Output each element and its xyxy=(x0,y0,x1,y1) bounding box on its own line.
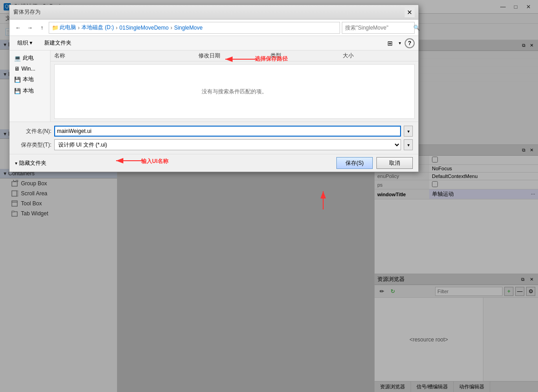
save-dialog: 窗体另存为 ✕ ← → ↑ 📁 此电脑 › 本地磁盘 (D:) › 01Sing… xyxy=(9,5,419,172)
col-size[interactable]: 大小 xyxy=(343,52,415,60)
nav-pc[interactable]: 💻 此电 xyxy=(11,52,48,64)
file-area: 💻 此电 🖥 Win... 💾 本地 💾 本地 xyxy=(10,51,418,122)
win-icon: 🖥 xyxy=(14,66,20,72)
sep-1: › xyxy=(78,25,80,31)
dialog-overlay: 窗体另存为 ✕ ← → ↑ 📁 此电脑 › 本地磁盘 (D:) › 01Sing… xyxy=(0,0,538,392)
filename-dropdown-btn[interactable]: ▾ xyxy=(404,126,413,137)
view-dropdown-icon: ▾ xyxy=(399,41,401,46)
dialog-action-buttons: 保存(S) 取消 xyxy=(336,157,413,169)
column-headers: 名称 修改日期 类型 大小 xyxy=(51,51,418,61)
breadcrumb-demo[interactable]: 01SingleMoveDemo xyxy=(119,25,168,31)
sep-3: › xyxy=(170,25,172,31)
filetype-label: 保存类型(T): xyxy=(15,141,51,149)
file-list: 没有与搜索条件匹配的项。 xyxy=(54,64,415,119)
filename-input[interactable] xyxy=(54,126,401,137)
breadcrumb-pc[interactable]: 此电脑 xyxy=(60,24,76,31)
cancel-button[interactable]: 取消 xyxy=(376,157,413,169)
nav-back-button[interactable]: ← xyxy=(13,23,23,33)
nav-win[interactable]: 🖥 Win... xyxy=(11,64,48,74)
view-mode-button[interactable]: ⊞ xyxy=(385,38,395,48)
breadcrumb-drive[interactable]: 本地磁盘 (D:) xyxy=(81,24,114,31)
dialog-address-bar: ← → ↑ 📁 此电脑 › 本地磁盘 (D:) › 01SingleMoveDe… xyxy=(10,20,418,36)
nav-forward-button[interactable]: → xyxy=(25,23,35,33)
file-list-area: 名称 修改日期 类型 大小 没有与搜索条件匹配的项。 xyxy=(51,51,418,122)
hide-folders-label: 隐藏文件夹 xyxy=(19,159,46,167)
breadcrumb-bar[interactable]: 📁 此电脑 › 本地磁盘 (D:) › 01SingleMoveDemo › S… xyxy=(49,22,340,34)
col-type[interactable]: 类型 xyxy=(270,52,342,60)
dialog-title-bar: 窗体另存为 ✕ xyxy=(10,5,418,20)
col-name[interactable]: 名称 xyxy=(54,52,198,60)
empty-message: 没有与搜索条件匹配的项。 xyxy=(202,88,267,96)
local2-icon: 💾 xyxy=(14,88,21,94)
app-window: Qt Qt 设计师 - Qt Designer — □ ✕ 文件(F) Edit… xyxy=(0,0,538,392)
local-icon: 💾 xyxy=(14,76,21,83)
search-box[interactable]: 🔍 xyxy=(342,22,415,34)
search-input[interactable] xyxy=(345,25,413,31)
pc-icon: 💻 xyxy=(14,55,21,61)
nav-local[interactable]: 💾 本地 xyxy=(11,74,48,85)
nav-up-button[interactable]: ↑ xyxy=(37,23,47,33)
organize-button[interactable]: 组织 ▾ xyxy=(13,37,36,49)
breadcrumb-single[interactable]: SingleMove xyxy=(174,25,203,31)
nav-local2[interactable]: 💾 本地 xyxy=(11,85,48,97)
save-button[interactable]: 保存(S) xyxy=(336,157,373,169)
new-folder-button[interactable]: 新建文件夹 xyxy=(40,37,76,49)
filename-row: 文件名(N): ▾ xyxy=(15,126,413,137)
filename-label: 文件名(N): xyxy=(15,127,51,135)
folder-icon: 📁 xyxy=(52,25,59,31)
col-date[interactable]: 修改日期 xyxy=(198,52,270,60)
hide-folders-btn[interactable]: ▾ 隐藏文件夹 xyxy=(15,159,46,167)
sep-2: › xyxy=(116,25,117,31)
help-button[interactable]: ? xyxy=(405,38,415,48)
dialog-actions-row: ▾ 隐藏文件夹 保存(S) 取消 xyxy=(10,154,418,172)
filetype-dropdown-btn[interactable]: ▾ xyxy=(404,139,413,150)
search-icon: 🔍 xyxy=(413,25,420,31)
hide-folders-icon: ▾ xyxy=(15,161,17,166)
dialog-toolbar: 组织 ▾ 新建文件夹 ⊞ ▾ ? xyxy=(10,36,418,51)
dialog-close-button[interactable]: ✕ xyxy=(405,7,415,17)
dialog-title-text: 窗体另存为 xyxy=(13,8,405,16)
filetype-select[interactable]: 设计师 UI 文件 (*.ui) xyxy=(54,139,401,150)
filetype-row: 保存类型(T): 设计师 UI 文件 (*.ui) ▾ xyxy=(15,139,413,150)
dialog-bottom: 文件名(N): ▾ 保存类型(T): 设计师 UI 文件 (*.ui) ▾ xyxy=(10,122,418,154)
dialog-nav: 💻 此电 🖥 Win... 💾 本地 💾 本地 xyxy=(10,51,51,122)
